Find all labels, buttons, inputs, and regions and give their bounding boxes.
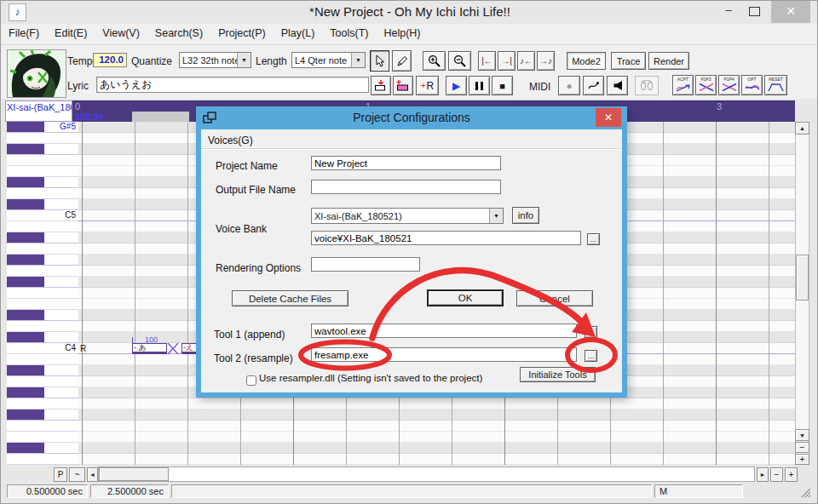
maximize-button[interactable]	[744, 3, 764, 19]
menu-play[interactable]: Play(L)	[274, 24, 323, 39]
menu-view[interactable]: View(V)	[95, 24, 147, 39]
close-button[interactable]: ✕	[771, 0, 810, 23]
stop-button[interactable]: ■	[492, 76, 513, 95]
acpt-button[interactable]: ACPT	[672, 75, 694, 95]
menu-file[interactable]: File(F)	[1, 24, 47, 39]
roll-row-F#3[interactable]	[78, 410, 795, 421]
tool2-input[interactable]	[311, 347, 577, 362]
delete-cache-button[interactable]: Delete Cache Files	[232, 290, 349, 306]
menu-edit[interactable]: Edit(E)	[47, 24, 95, 39]
vertical-zoom-out-button[interactable]: −	[795, 442, 809, 453]
piano-key-A#4[interactable]	[7, 232, 78, 243]
piano-key-G#4[interactable]	[7, 255, 78, 266]
next-note-button[interactable]: →♪	[537, 51, 555, 71]
voice-bank-path-input[interactable]	[311, 231, 581, 245]
piano-key-D3[interactable]	[7, 454, 78, 465]
lyric-input[interactable]	[96, 77, 369, 93]
scroll-right-button[interactable]: ►	[757, 467, 769, 482]
project-name-input[interactable]	[311, 156, 501, 170]
vertical-zoom-in-button[interactable]: +	[795, 454, 809, 465]
piano-key-D#3[interactable]	[7, 443, 78, 454]
render-button[interactable]: Render	[648, 52, 689, 70]
tool1-browse-button[interactable]: ...	[585, 326, 597, 338]
insert-pink-note-button[interactable]	[393, 76, 413, 95]
length-select[interactable]: L4 Qter note ▼	[291, 52, 366, 68]
piano-key-D4[interactable]	[7, 321, 78, 332]
piano-key-G4[interactable]	[7, 266, 78, 277]
zoom-out-button[interactable]	[448, 51, 471, 71]
dialog-menu-voices[interactable]: Voices(G)	[208, 135, 253, 146]
piano-key-D#4[interactable]	[7, 310, 78, 321]
tilde-mode-button[interactable]: ~	[69, 467, 85, 482]
ok-button[interactable]: OK	[427, 289, 504, 306]
crossfade-icon[interactable]	[167, 342, 179, 355]
tool1-input[interactable]	[311, 324, 577, 338]
dialog-title-bar[interactable]: Project Configurations ✕	[196, 106, 627, 129]
go-to-start-button[interactable]: |←	[478, 51, 496, 71]
piano-key-F4[interactable]	[7, 288, 78, 299]
output-file-input[interactable]	[311, 180, 501, 194]
chevron-down-icon[interactable]: ▼	[237, 53, 251, 67]
menu-project[interactable]: Project(P)	[210, 24, 274, 39]
menu-help[interactable]: Help(H)	[376, 24, 428, 39]
scroll-up-button[interactable]: ▲	[795, 122, 809, 135]
piano-key-C#4[interactable]	[7, 332, 78, 343]
menu-search[interactable]: Search(S)	[147, 24, 210, 39]
horizontal-zoom-out-button[interactable]: −	[770, 467, 783, 482]
voicebank-avatar[interactable]	[7, 49, 66, 98]
zoom-in-button[interactable]	[423, 51, 446, 71]
scroll-left-button[interactable]: ◄	[87, 467, 98, 482]
use-resampler-checkbox[interactable]	[246, 375, 256, 386]
menu-tools[interactable]: Tools(T)	[322, 24, 376, 39]
initialize-tools-button[interactable]: Initialize Tools	[520, 367, 596, 382]
piano-key-F#5[interactable]	[7, 144, 78, 155]
speaker-button[interactable]	[607, 76, 628, 95]
roll-row-D#3[interactable]	[78, 443, 795, 454]
play-button[interactable]: ▶	[446, 76, 467, 95]
cursor-tool-button[interactable]	[370, 50, 389, 72]
note[interactable]: - あ	[132, 343, 167, 354]
piano-key-C#5[interactable]	[7, 199, 78, 210]
p1p4-button[interactable]: P1P4	[718, 75, 740, 95]
horizontal-scrollbar[interactable]	[98, 467, 755, 482]
prev-note-button[interactable]: ♪←	[517, 51, 535, 71]
tool2-browse-button[interactable]: ...	[585, 350, 597, 362]
piano-key-F#3[interactable]	[7, 410, 78, 421]
horizontal-zoom-in-button[interactable]: +	[785, 467, 798, 482]
resize-grip[interactable]	[801, 488, 811, 498]
voice-bank-info-button[interactable]: info	[512, 207, 539, 224]
piano-key-B4[interactable]	[7, 221, 78, 232]
piano-key-A#3[interactable]	[7, 365, 78, 376]
piano-key-F3[interactable]	[7, 421, 78, 432]
record-button[interactable]: ●	[558, 76, 580, 95]
piano-key-G3[interactable]	[7, 398, 78, 410]
piano-key-F#4[interactable]	[7, 277, 78, 288]
voice-bank-browse-button[interactable]: ...	[587, 233, 600, 245]
piano-key-A4[interactable]	[7, 243, 78, 255]
piano-key-D#5[interactable]	[7, 177, 78, 188]
insert-note-button[interactable]	[371, 76, 391, 95]
piano-key-G5[interactable]	[7, 133, 78, 144]
piano-key-A3[interactable]	[7, 376, 78, 387]
quantize-select[interactable]: L32 32th note ▼	[179, 52, 251, 68]
piano-key-E3[interactable]	[7, 432, 78, 443]
rendering-options-input[interactable]	[311, 257, 420, 272]
reset-button[interactable]: RESET	[764, 75, 787, 95]
chevron-down-icon[interactable]: ▼	[351, 53, 365, 67]
roll-row-D3[interactable]	[78, 454, 795, 465]
piano-key-E4[interactable]	[7, 299, 78, 310]
piano-key-B3[interactable]	[7, 354, 78, 365]
roll-row-F3[interactable]	[78, 421, 795, 432]
dialog-close-button[interactable]: ✕	[596, 108, 621, 127]
trace-button[interactable]: Trace	[611, 52, 646, 70]
go-to-end-button[interactable]: →|	[498, 51, 516, 71]
piano-key-D5[interactable]	[7, 188, 78, 199]
voice-bank-select[interactable]: XI-sai-(BaK_180521) ▼	[311, 208, 504, 224]
chevron-down-icon[interactable]: ▼	[489, 209, 503, 223]
pitch-mode-button[interactable]: P	[54, 467, 67, 482]
piano-key-F5[interactable]	[7, 155, 78, 166]
pencil-tool-button[interactable]	[392, 50, 412, 72]
scroll-down-button[interactable]: ▼	[795, 429, 809, 441]
roll-row-E3[interactable]	[78, 432, 795, 443]
horizontal-scroll-thumb[interactable]	[99, 467, 169, 481]
